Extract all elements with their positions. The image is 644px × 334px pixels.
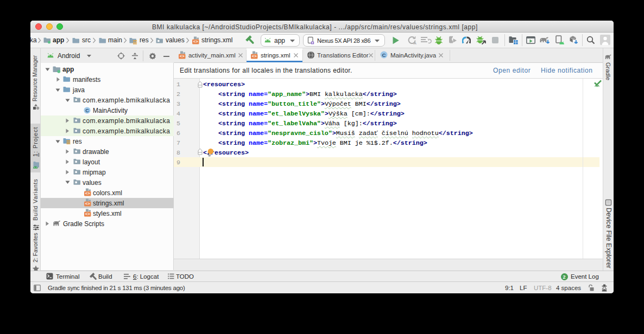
svg-text:<>: <>	[252, 54, 257, 59]
svg-text:<>: <>	[85, 191, 91, 196]
svg-text:<>: <>	[85, 202, 91, 206]
svg-text:<>: <>	[193, 40, 199, 44]
svg-text:<>: <>	[85, 212, 91, 216]
svg-text:C: C	[85, 108, 89, 113]
svg-text:<>: <>	[180, 54, 185, 59]
svg-text:A: A	[414, 41, 417, 46]
svg-text:C: C	[382, 52, 386, 58]
